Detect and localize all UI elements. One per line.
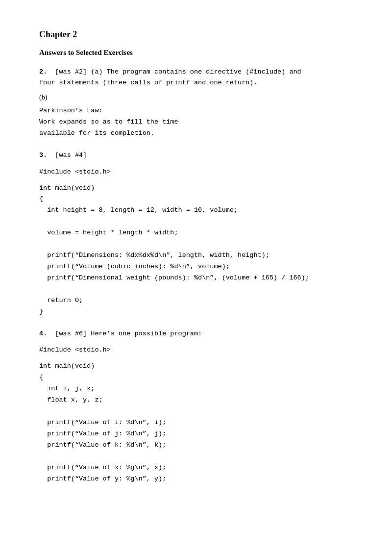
exercise-2: 2. [was #2] (a) The program contains one… — [39, 67, 353, 139]
exercise-4-number: 4. — [39, 330, 47, 337]
chapter-title: Chapter 2 — [39, 29, 353, 40]
exercise-2-intro: 2. [was #2] (a) The program contains one… — [39, 67, 353, 88]
exercise-3-include: #include <stdio.h> — [39, 167, 353, 178]
exercise-2-parkinson: Parkinson’s Law:Work expands so as to fi… — [39, 105, 353, 139]
exercise-2-sub-b: (b) — [39, 94, 353, 101]
exercise-4-intro: 4. [was #6] Here’s one possible program: — [39, 328, 353, 339]
exercise-4-code: int main(void) { int i, j, k; float x, y… — [39, 361, 353, 484]
exercise-4: 4. [was #6] Here’s one possible program:… — [39, 328, 353, 485]
exercise-2-number: 2. — [39, 68, 47, 76]
exercise-3-number: 3. — [39, 151, 47, 159]
exercise-3-intro: 3. [was #4] — [39, 150, 353, 161]
exercise-3-code: int main(void) { int height = 8, length … — [39, 183, 353, 318]
exercise-3: 3. [was #4] #include <stdio.h> int main(… — [39, 150, 353, 318]
exercise-4-include: #include <stdio.h> — [39, 345, 353, 356]
section-title: Answers to Selected Exercises — [39, 49, 353, 57]
